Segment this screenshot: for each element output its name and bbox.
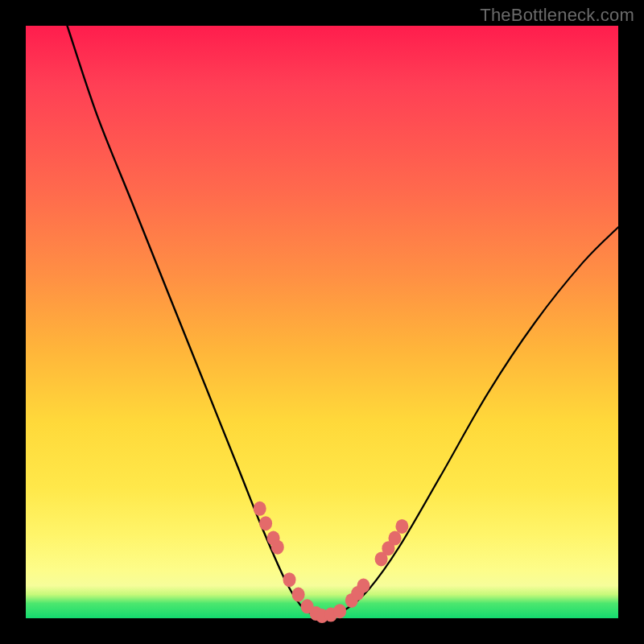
optimum-marker: [259, 516, 272, 530]
optimum-marker: [357, 579, 370, 593]
optimum-markers-left: [254, 502, 328, 623]
chart-frame: TheBottleneck.com: [0, 0, 644, 644]
optimum-marker: [271, 540, 284, 555]
bottleneck-curve-left: [68, 26, 323, 617]
watermark-text: TheBottleneck.com: [480, 5, 634, 26]
bottleneck-curve-right: [322, 227, 618, 617]
optimum-marker: [292, 588, 305, 602]
optimum-marker: [254, 502, 266, 516]
optimum-marker: [333, 604, 346, 618]
optimum-marker: [283, 572, 296, 587]
optimum-markers-right: [324, 519, 408, 622]
curve-svg: [26, 26, 618, 618]
gradient-plot-area: [26, 26, 618, 618]
optimum-marker: [389, 531, 402, 546]
optimum-marker: [395, 519, 408, 534]
